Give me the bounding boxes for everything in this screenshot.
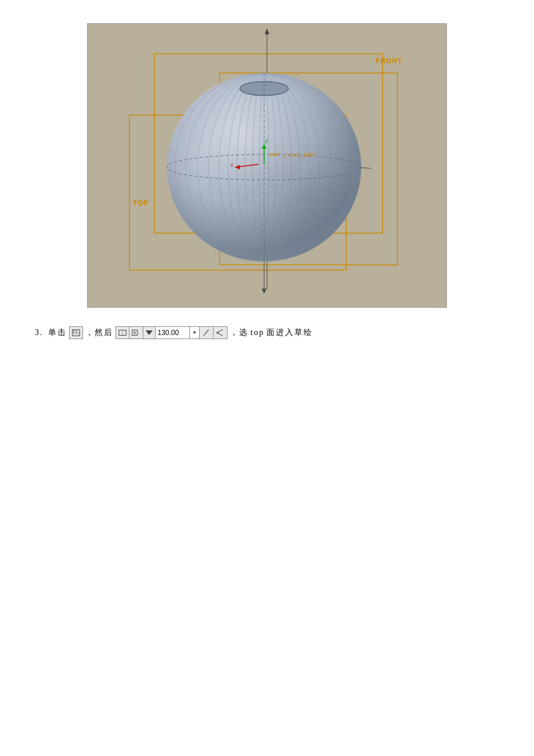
- top-label: top: [251, 325, 265, 340]
- unit-dropdown[interactable]: [190, 326, 200, 339]
- svg-rect-47: [134, 332, 136, 334]
- sketch-ref-button[interactable]: [129, 326, 143, 339]
- svg-point-21: [208, 73, 319, 262]
- svg-marker-8: [265, 28, 269, 34]
- step-number: 3.: [35, 325, 44, 340]
- sketch-plane-button[interactable]: [116, 326, 129, 339]
- svg-rect-1: [129, 115, 346, 270]
- svg-text:y: y: [265, 138, 268, 143]
- svg-line-10: [302, 163, 371, 168]
- svg-text:PRT_CSYS_DEF: PRT_CSYS_DEF: [270, 152, 315, 158]
- svg-point-27: [240, 82, 288, 96]
- text-end: 面进入草绘: [266, 325, 313, 340]
- svg-text:x: x: [230, 162, 233, 168]
- svg-line-11: [203, 180, 244, 221]
- svg-point-17: [245, 73, 283, 262]
- comma-after-toolbar: ，选: [230, 325, 248, 340]
- toolbar-group: [116, 326, 228, 339]
- svg-point-26: [240, 82, 288, 96]
- svg-point-24: [175, 73, 354, 262]
- svg-point-16: [252, 73, 276, 262]
- svg-rect-0: [154, 54, 383, 233]
- svg-text:TOP: TOP: [133, 199, 149, 207]
- svg-point-20: [219, 73, 309, 262]
- page-container: FRONT RIGHT TOP: [0, 0, 534, 756]
- svg-marker-48: [146, 330, 153, 335]
- svg-marker-39: [262, 289, 266, 294]
- svg-rect-53: [217, 332, 218, 334]
- viewport-3d: FRONT RIGHT TOP: [87, 23, 447, 308]
- svg-point-23: [186, 73, 342, 262]
- svg-line-30: [235, 164, 258, 167]
- svg-text:RIGHT: RIGHT: [302, 178, 326, 186]
- svg-point-22: [197, 73, 330, 262]
- svg-point-13: [167, 73, 362, 262]
- flip-button[interactable]: [200, 326, 214, 339]
- accept-sketch-button[interactable]: [214, 326, 228, 339]
- value-input[interactable]: [158, 329, 187, 337]
- svg-rect-2: [219, 73, 398, 265]
- svg-rect-41: [73, 330, 76, 333]
- svg-line-12: [273, 122, 296, 151]
- sketch-button[interactable]: [69, 326, 83, 339]
- svg-line-50: [204, 329, 209, 336]
- text-before: 单击: [48, 325, 67, 340]
- dropdown-arrow-button[interactable]: [143, 326, 156, 339]
- svg-text:FRONT: FRONT: [376, 57, 402, 65]
- svg-point-14: [167, 73, 362, 262]
- value-input-container[interactable]: [156, 326, 190, 339]
- svg-marker-34: [262, 144, 266, 149]
- svg-line-36: [264, 164, 279, 174]
- svg-point-15: [259, 73, 269, 262]
- svg-marker-31: [235, 165, 240, 170]
- svg-point-25: [167, 73, 362, 262]
- svg-point-18: [237, 73, 291, 262]
- svg-point-19: [228, 73, 300, 262]
- svg-point-28: [167, 154, 362, 180]
- text-then: ，然后: [85, 325, 113, 340]
- svg-marker-49: [193, 332, 196, 334]
- instruction-row: 3. 单击 ，然后: [35, 325, 499, 340]
- svg-line-9: [175, 163, 230, 165]
